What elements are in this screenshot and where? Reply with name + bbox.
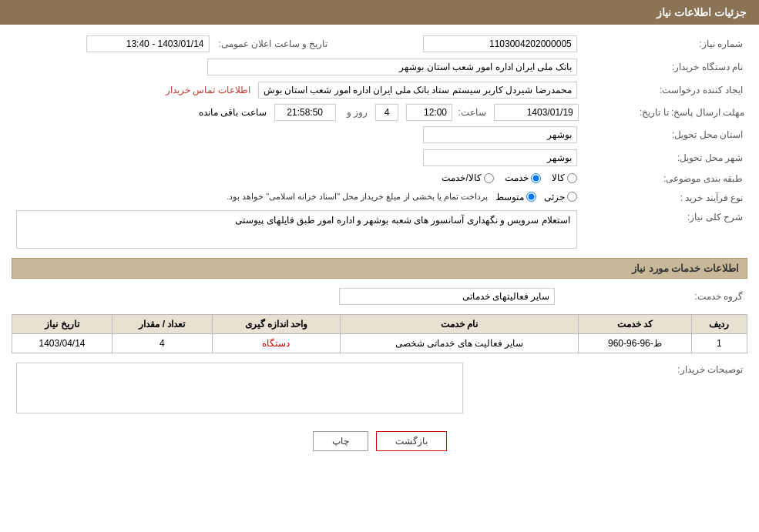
mohlat-saat-value: 12:00	[406, 104, 452, 121]
button-row: بازگشت چاپ	[12, 431, 747, 451]
gorohe-label: گروه خدمت:	[559, 285, 747, 308]
page-wrapper: جزئیات اطلاعات نیاز شماره نیاز: 11030042…	[0, 0, 759, 532]
tabaqe-kala-label: کالا	[552, 172, 565, 183]
shahr-row: شهر محل تحویل: بوشهر	[12, 146, 747, 169]
shahr-value: بوشهر	[423, 149, 577, 166]
noefarayand-jazii-radio[interactable]	[567, 192, 577, 202]
ostan-label: استان محل تحویل:	[582, 123, 747, 146]
noefarayand-motavaset-label: متوسط	[495, 192, 524, 202]
page-header: جزئیات اطلاعات نیاز	[0, 0, 759, 25]
tabaqe-kala-radio[interactable]	[567, 173, 577, 183]
chap-button[interactable]: چاپ	[313, 431, 368, 451]
cell-radif: 1	[691, 334, 747, 353]
gorohe-row: گروه خدمت: سایر فعالیتهای خدماتی	[12, 285, 747, 308]
tosaif-row: توصیحات خریدار:	[12, 360, 747, 419]
nam-dastgah-row: نام دستگاه خریدار: بانک ملی ایران اداره …	[12, 55, 747, 79]
services-table: ردیف کد خدمت نام خدمت واحد اندازه گیری ت…	[12, 314, 747, 353]
tabaqe-khadamat-option[interactable]: خدمت	[505, 172, 541, 183]
tarikh-saat-label: تاریخ و ساعت اعلان عمومی:	[214, 32, 333, 55]
ostan-value: بوشهر	[423, 126, 577, 143]
ijad-konande-row: ایجاد کننده درخواست: محمدرضا شیردل کاربر…	[12, 79, 747, 102]
page-title: جزئیات اطلاعات نیاز	[657, 6, 747, 18]
contact-info-link[interactable]: اطلاعات تماس خریدار	[166, 85, 250, 95]
sharh-value: استعلام سرویس و نگهداری آسانسور های شعبه…	[16, 210, 577, 249]
mohlat-mande-label: ساعت باقی مانده	[199, 107, 267, 118]
content-area: شماره نیاز: 1103004202000005 تاریخ و ساع…	[0, 25, 759, 459]
shomare-niaz-row: شماره نیاز: 1103004202000005 تاریخ و ساع…	[12, 32, 747, 55]
shomare-niaz-label: شماره نیاز:	[582, 32, 747, 55]
col-tedad: تعداد / مقدار	[112, 315, 212, 334]
tosaif-label: توصیحات خریدار:	[468, 360, 747, 419]
bazgasht-button[interactable]: بازگشت	[376, 431, 447, 451]
cell-nam: سایر فعالیت های خدماتی شخصی	[341, 334, 579, 353]
col-tarikh: تاریخ نیاز	[12, 315, 113, 334]
noefarayand-jazii-label: جزئی	[544, 192, 565, 202]
noefarayand-label: نوع فرآیند خرید :	[582, 189, 747, 208]
ostan-row: استان محل تحویل: بوشهر	[12, 123, 747, 146]
col-vahed: واحد اندازه گیری	[212, 315, 340, 334]
tabaqe-kala-option[interactable]: کالا	[552, 172, 577, 183]
col-radif: ردیف	[691, 315, 747, 334]
mohlat-label: مهلت ارسال پاسخ: تا تاریخ:	[582, 102, 747, 123]
tarikh-saat-value: 1403/01/14 - 13:40	[86, 35, 210, 52]
khadamat-section-title: اطلاعات خدمات مورد نیاز	[12, 258, 747, 279]
sharh-label: شرح کلی نیاز:	[582, 207, 747, 252]
tabaqe-kalakhadamat-option[interactable]: کالا/خدمت	[442, 172, 493, 183]
mohlat-rooz-value: 4	[375, 104, 398, 121]
tosaif-textarea[interactable]	[16, 363, 463, 413]
noefarayand-motavaset-option[interactable]: متوسط	[495, 192, 536, 202]
tabaqe-kalakhadamat-label: کالا/خدمت	[442, 172, 481, 183]
tabaqe-radio-group: کالا خدمت کالا/خدمت	[442, 172, 576, 183]
tosaif-form-table: توصیحات خریدار:	[12, 360, 747, 419]
tabaqe-kalakhadamat-radio[interactable]	[484, 173, 494, 183]
nam-dastgah-value: بانک ملی ایران اداره امور شعب استان بوشه…	[207, 59, 577, 75]
col-nam: نام خدمت	[341, 315, 579, 334]
services-table-body: 1 ط-96-96-960 سایر فعالیت های خدماتی شخص…	[12, 334, 747, 353]
cell-tedad: 4	[112, 334, 212, 353]
noefarayand-jazii-option[interactable]: جزئی	[544, 192, 577, 202]
cell-vahed: دستگاه	[212, 334, 340, 353]
mohlat-saat-label: ساعت:	[458, 107, 485, 118]
shomare-niaz-value: 1103004202000005	[423, 35, 577, 52]
shahr-label: شهر محل تحویل:	[582, 146, 747, 169]
table-row: 1 ط-96-96-960 سایر فعالیت های خدماتی شخص…	[12, 334, 747, 353]
tabaqe-khadamat-label: خدمت	[505, 172, 529, 183]
mohlat-rooz-label: روز و	[347, 107, 368, 118]
gorohe-value: سایر فعالیتهای خدماتی	[339, 288, 555, 305]
col-kod: کد خدمت	[579, 315, 691, 334]
noefarayand-row: نوع فرآیند خرید : جزئی متوسط پرداخت تمام…	[12, 189, 747, 208]
sharh-row: شرح کلی نیاز: استعلام سرویس و نگهداری آس…	[12, 207, 747, 252]
ijad-konande-label: ایجاد کننده درخواست:	[582, 79, 747, 102]
mohlat-mande-value: 21:58:50	[274, 104, 336, 121]
tabaqe-label: طبقه بندی موضوعی:	[582, 169, 747, 189]
services-table-head: ردیف کد خدمت نام خدمت واحد اندازه گیری ت…	[12, 315, 747, 334]
main-form-table: شماره نیاز: 1103004202000005 تاریخ و ساع…	[12, 32, 747, 252]
noefarayand-note: پرداخت تمام یا بخشی از مبلغ خریداز محل "…	[227, 192, 488, 202]
cell-kod: ط-96-96-960	[579, 334, 691, 353]
tabaqe-row: طبقه بندی موضوعی: کالا خدمت	[12, 169, 747, 189]
ijad-konande-value: محمدرضا شیردل کاربر سیستم ستاد بانک ملی …	[258, 82, 577, 99]
cell-tarikh: 1403/04/14	[12, 334, 113, 353]
tabaqe-khadamat-radio[interactable]	[531, 173, 541, 183]
nam-dastgah-label: نام دستگاه خریدار:	[582, 55, 747, 79]
mohlat-row: مهلت ارسال پاسخ: تا تاریخ: 1403/01/19 سا…	[12, 102, 747, 123]
noefarayand-motavaset-radio[interactable]	[526, 192, 536, 202]
gorohe-form-table: گروه خدمت: سایر فعالیتهای خدماتی	[12, 285, 747, 308]
services-header-row: ردیف کد خدمت نام خدمت واحد اندازه گیری ت…	[12, 315, 747, 334]
mohlat-date-value: 1403/01/19	[494, 104, 579, 121]
